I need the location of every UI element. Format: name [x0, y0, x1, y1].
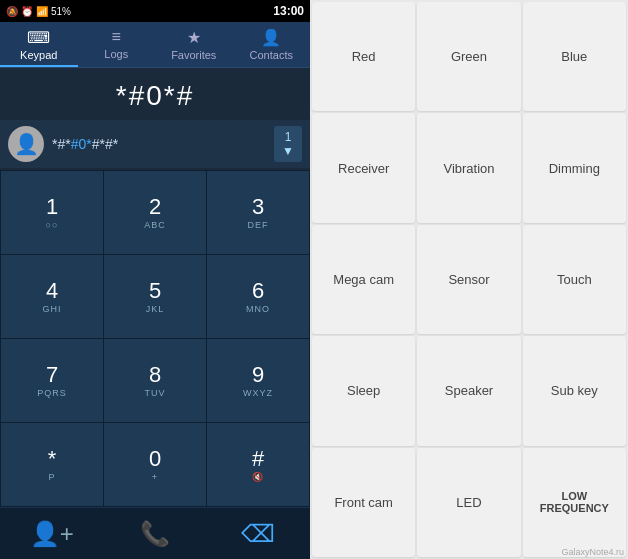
- backspace-icon: ⌫: [241, 520, 275, 548]
- logs-icon: ≡: [112, 28, 121, 46]
- key-letters-9: WXYZ: [243, 388, 273, 398]
- tab-contacts[interactable]: 👤 Contacts: [233, 22, 311, 67]
- person-icon: 👤: [261, 28, 281, 47]
- status-bar: 🔕 ⏰ 📶 51% 13:00: [0, 0, 310, 22]
- call-count: 1: [285, 130, 292, 144]
- grid-item-receiver[interactable]: Receiver: [312, 113, 415, 222]
- key-num-3: 3: [252, 195, 264, 219]
- key-hash[interactable]: # 🔇: [207, 423, 309, 506]
- key-num-9: 9: [252, 363, 264, 387]
- nav-tabs: ⌨ Keypad ≡ Logs ★ Favorites 👤 Contacts: [0, 22, 310, 68]
- tab-keypad[interactable]: ⌨ Keypad: [0, 22, 78, 67]
- key-num-star: *: [48, 447, 57, 471]
- keypad-icon: ⌨: [27, 28, 50, 47]
- status-time: 13:00: [273, 4, 304, 18]
- key-letters-4: GHI: [42, 304, 61, 314]
- key-letters-5: JKL: [146, 304, 165, 314]
- key-star[interactable]: * P: [1, 423, 103, 506]
- grid-item-sub-key[interactable]: Sub key: [523, 336, 626, 445]
- call-count-box: 1 ▼: [274, 126, 302, 162]
- grid-item-touch[interactable]: Touch: [523, 225, 626, 334]
- grid-item-mega-cam[interactable]: Mega cam: [312, 225, 415, 334]
- contacts-icon: 👤+: [30, 520, 74, 548]
- key-letters-7: PQRS: [37, 388, 67, 398]
- key-num-4: 4: [46, 279, 58, 303]
- key-num-1: 1: [46, 195, 58, 219]
- dropdown-arrow: ▼: [282, 144, 294, 158]
- phone-panel: 🔕 ⏰ 📶 51% 13:00 ⌨ Keypad ≡ Logs ★ Favori…: [0, 0, 310, 559]
- phone-icon: 📞: [140, 520, 170, 548]
- key-num-7: 7: [46, 363, 58, 387]
- star-icon: ★: [187, 28, 201, 47]
- status-icon-alarm: ⏰: [21, 6, 33, 17]
- key-num-5: 5: [149, 279, 161, 303]
- key-letters-star: P: [48, 472, 55, 482]
- grid-item-sleep[interactable]: Sleep: [312, 336, 415, 445]
- key-num-6: 6: [252, 279, 264, 303]
- watermark: GalaxyNote4.ru: [561, 547, 624, 557]
- grid-item-vibration[interactable]: Vibration: [417, 113, 520, 222]
- contacts-button[interactable]: 👤+: [0, 508, 103, 559]
- tab-favorites-label: Favorites: [171, 49, 216, 61]
- tab-favorites[interactable]: ★ Favorites: [155, 22, 233, 67]
- key-7[interactable]: 7 PQRS: [1, 339, 103, 422]
- tab-contacts-label: Contacts: [250, 49, 293, 61]
- status-icon-battery: 51%: [51, 6, 71, 17]
- key-num-hash: #: [252, 447, 264, 471]
- grid-item-sensor[interactable]: Sensor: [417, 225, 520, 334]
- grid-item-low-frequency[interactable]: LOWFREQUENCY: [523, 448, 626, 557]
- grid-item-front-cam[interactable]: Front cam: [312, 448, 415, 557]
- key-letters-1: ○○: [46, 220, 59, 230]
- key-3[interactable]: 3 DEF: [207, 171, 309, 254]
- key-8[interactable]: 8 TUV: [104, 339, 206, 422]
- key-5[interactable]: 5 JKL: [104, 255, 206, 338]
- tab-logs[interactable]: ≡ Logs: [78, 22, 156, 67]
- recent-call-row[interactable]: 👤 *#*#0*#*#* 1 ▼: [0, 120, 310, 168]
- tab-keypad-label: Keypad: [20, 49, 57, 61]
- key-0[interactable]: 0 +: [104, 423, 206, 506]
- key-1[interactable]: 1 ○○: [1, 171, 103, 254]
- status-icon-mute: 🔕: [6, 6, 18, 17]
- key-num-0: 0: [149, 447, 161, 471]
- highlight-number: #0*: [71, 136, 92, 152]
- grid-item-dimming[interactable]: Dimming: [523, 113, 626, 222]
- keypad-grid: 1 ○○ 2 ABC 3 DEF 4 GHI 5 JKL 6 MNO 7 PQR…: [0, 170, 310, 507]
- bottom-actions: 👤+ 📞 ⌫: [0, 507, 310, 559]
- avatar: 👤: [8, 126, 44, 162]
- key-9[interactable]: 9 WXYZ: [207, 339, 309, 422]
- tab-logs-label: Logs: [104, 48, 128, 60]
- dialed-number-display: *#0*#: [0, 68, 310, 120]
- key-num-8: 8: [149, 363, 161, 387]
- key-letters-6: MNO: [246, 304, 270, 314]
- grid-item-red[interactable]: Red: [312, 2, 415, 111]
- key-6[interactable]: 6 MNO: [207, 255, 309, 338]
- key-letters-2: ABC: [144, 220, 166, 230]
- recent-call-number: *#*#0*#*#*: [52, 136, 266, 152]
- call-button[interactable]: 📞: [103, 508, 206, 559]
- key-4[interactable]: 4 GHI: [1, 255, 103, 338]
- key-2[interactable]: 2 ABC: [104, 171, 206, 254]
- grid-panel: Red Green Blue Receiver Vibration Dimmin…: [310, 0, 628, 559]
- key-letters-hash: 🔇: [252, 472, 264, 482]
- key-num-2: 2: [149, 195, 161, 219]
- key-letters-8: TUV: [145, 388, 166, 398]
- key-letters-0: +: [152, 472, 158, 482]
- grid-item-led[interactable]: LED: [417, 448, 520, 557]
- grid-item-speaker[interactable]: Speaker: [417, 336, 520, 445]
- delete-button[interactable]: ⌫: [207, 508, 310, 559]
- key-letters-3: DEF: [248, 220, 269, 230]
- status-icon-wifi: 📶: [36, 6, 48, 17]
- status-icons: 🔕 ⏰ 📶 51%: [6, 6, 71, 17]
- grid-item-blue[interactable]: Blue: [523, 2, 626, 111]
- grid-item-green[interactable]: Green: [417, 2, 520, 111]
